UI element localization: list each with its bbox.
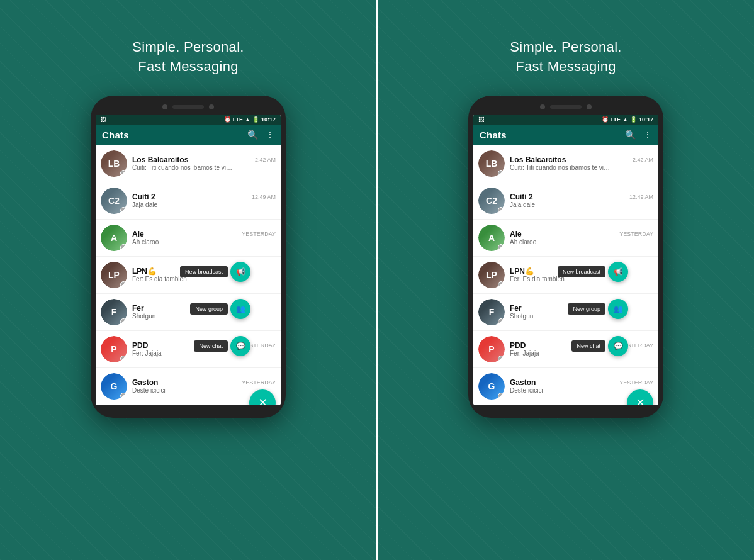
right-avatar-fer: F xyxy=(478,299,505,325)
left-chat-name-los-balcarcitos: Los Balcarcitos xyxy=(132,155,188,164)
right-phone: 🖼 ⏰ LTE ▲ 🔋 10:17 Chats 🔍 ⋮ xyxy=(468,96,663,418)
left-chat-preview-cuiti-2: Jaja dale xyxy=(132,201,233,208)
left-chat-item-fer[interactable]: F Fer YESTERDAY Shotgun New group 👥 xyxy=(96,294,281,331)
right-chat-item-pdd[interactable]: P PDD YESTERDAY Fer: Jajaja New chat 💬 xyxy=(473,331,658,368)
right-search-icon[interactable]: 🔍 xyxy=(625,130,636,140)
right-close-fab[interactable]: ✕ xyxy=(627,389,653,405)
right-avatar-lpn: LP xyxy=(478,262,505,288)
right-new-group-area: New group 👥 xyxy=(568,299,628,319)
left-chat-preview-los-balcarcitos: Cuiti: Titi cuando nos ibamos te vim... xyxy=(132,164,233,171)
right-chat-list: LB Los Balcarcitos 2:42 AM Cuiti: Titi c… xyxy=(473,145,658,405)
right-chat-item-ale[interactable]: A Ale YESTERDAY Ah claroo xyxy=(473,220,658,257)
right-tagline: Simple. Personal. Fast Messaging xyxy=(510,38,622,77)
left-new-broadcast-area: New broadcast 📢 xyxy=(180,262,250,282)
right-chats-title: Chats xyxy=(480,130,507,140)
left-chat-time-cuiti-2: 12:49 AM xyxy=(252,194,276,200)
right-phone-screen: 🖼 ⏰ LTE ▲ 🔋 10:17 Chats 🔍 ⋮ xyxy=(473,115,658,405)
left-chats-title: Chats xyxy=(102,130,129,140)
right-new-chat-btn[interactable]: 💬 xyxy=(608,336,628,356)
right-signal-icon: ▲ xyxy=(622,116,628,123)
left-chat-item-los-balcarcitos[interactable]: LB Los Balcarcitos 2:42 AM Cuiti: Titi c… xyxy=(96,145,281,182)
left-tagline: Simple. Personal. Fast Messaging xyxy=(132,38,244,77)
right-chat-time-gaston: YESTERDAY xyxy=(619,379,653,386)
right-avatar-gaston: G xyxy=(478,373,505,400)
right-chat-preview-los-balcarcitos: Cuiti: Titi cuando nos ibamos te vim... xyxy=(510,164,611,171)
right-chat-time-cuiti-2: 12:49 AM xyxy=(629,194,653,200)
right-chat-preview-gaston: Deste icicici xyxy=(510,387,611,394)
right-wa-header: Chats 🔍 ⋮ xyxy=(473,125,658,145)
left-close-fab[interactable]: ✕ xyxy=(249,389,276,405)
right-chat-name-ale: Ale xyxy=(510,230,522,238)
right-new-chat-label: New chat xyxy=(571,340,605,352)
left-menu-icon[interactable]: ⋮ xyxy=(266,130,274,140)
left-avatar-ale: A xyxy=(101,225,127,251)
right-new-broadcast-area: New broadcast 📢 xyxy=(558,262,628,282)
right-avatar-pdd: P xyxy=(478,336,505,362)
right-new-group-btn[interactable]: 👥 xyxy=(608,299,628,319)
left-chat-item-gaston[interactable]: G Gaston YESTERDAY Deste icicici ✕ xyxy=(96,368,281,405)
right-lte-label: LTE xyxy=(611,116,621,123)
right-chat-item-fer[interactable]: F Fer YESTERDAY Shotgun New group 👥 xyxy=(473,294,658,331)
left-new-group-area: New group 👥 xyxy=(190,299,250,319)
right-status-bar: 🖼 ⏰ LTE ▲ 🔋 10:17 xyxy=(473,115,658,125)
left-status-left: 🖼 xyxy=(101,116,106,123)
left-chat-item-cuiti-2[interactable]: C2 Cuiti 2 12:49 AM Jaja dale xyxy=(96,182,281,220)
battery-icon: 🔋 xyxy=(252,116,259,123)
right-phone-top xyxy=(473,104,658,109)
right-alarm-icon: ⏰ xyxy=(602,116,609,123)
left-new-broadcast-label: New broadcast xyxy=(180,266,228,277)
right-chat-item-cuiti-2[interactable]: C2 Cuiti 2 12:49 AM Jaja dale xyxy=(473,182,658,220)
left-new-group-btn[interactable]: 👥 xyxy=(230,299,250,319)
right-avatar-cuiti-2: C2 xyxy=(478,188,505,214)
left-chat-name-ale: Ale xyxy=(132,230,144,238)
phone-top xyxy=(96,104,281,109)
left-avatar-los-balcarcitos: LB xyxy=(101,150,127,177)
right-new-chat-area: New chat 💬 xyxy=(571,336,628,356)
right-time-label: 10:17 xyxy=(639,116,653,123)
right-chat-preview-cuiti-2: Jaja dale xyxy=(510,201,611,208)
left-chat-preview-gaston: Deste icicici xyxy=(132,387,233,394)
left-avatar-pdd: P xyxy=(101,336,127,362)
right-menu-icon[interactable]: ⋮ xyxy=(643,130,652,140)
left-search-icon[interactable]: 🔍 xyxy=(247,130,258,140)
left-chat-name-gaston: Gaston xyxy=(132,378,158,387)
right-status-image-icon: 🖼 xyxy=(478,116,484,123)
right-chat-item-lpn[interactable]: LP LPN💪 YESTERDAY Fer: Es dia tambien Ne… xyxy=(473,257,658,294)
left-avatar-gaston: G xyxy=(101,373,127,400)
right-header-icons: 🔍 ⋮ xyxy=(625,130,652,140)
right-new-broadcast-btn[interactable]: 📢 xyxy=(608,262,628,282)
left-avatar-lpn: LP xyxy=(101,262,127,288)
left-header-icons: 🔍 ⋮ xyxy=(247,130,274,140)
left-status-right: ⏰ LTE ▲ 🔋 10:17 xyxy=(224,116,276,123)
left-avatar-cuiti-2: C2 xyxy=(101,188,127,214)
right-avatar-los-balcarcitos: LB xyxy=(478,150,505,177)
right-camera-dot xyxy=(540,104,545,109)
right-chat-name-cuiti-2: Cuiti 2 xyxy=(510,193,533,201)
right-status-right: ⏰ LTE ▲ 🔋 10:17 xyxy=(602,116,653,123)
right-chat-time-ale: YESTERDAY xyxy=(619,231,653,237)
right-avatar-ale: A xyxy=(478,225,505,251)
lte-label: LTE xyxy=(233,116,243,123)
camera-dot-2 xyxy=(209,104,214,109)
left-main-fab-area: ✕ xyxy=(249,389,276,405)
speaker xyxy=(172,105,204,109)
left-chat-item-pdd[interactable]: P PDD YESTERDAY Fer: Jajaja New chat 💬 xyxy=(96,331,281,368)
left-chat-name-cuiti-2: Cuiti 2 xyxy=(132,193,155,201)
left-chat-time-los-balcarcitos: 2:42 AM xyxy=(255,157,276,163)
left-panel: Simple. Personal. Fast Messaging 🖼 ⏰ LTE… xyxy=(0,0,376,560)
right-new-group-label: New group xyxy=(568,303,605,315)
right-camera-dot-2 xyxy=(587,104,592,109)
left-new-broadcast-btn[interactable]: 📢 xyxy=(230,262,250,282)
right-chat-preview-ale: Ah claroo xyxy=(510,238,611,245)
left-chat-item-lpn[interactable]: LP LPN💪 YESTERDAY Fer: Es dia tambien Ne… xyxy=(96,257,281,294)
left-phone-screen: 🖼 ⏰ LTE ▲ 🔋 10:17 Chats 🔍 ⋮ xyxy=(96,115,281,405)
right-chat-item-los-balcarcitos[interactable]: LB Los Balcarcitos 2:42 AM Cuiti: Titi c… xyxy=(473,145,658,182)
time-label: 10:17 xyxy=(261,116,276,123)
right-chat-item-gaston[interactable]: G Gaston YESTERDAY Deste icicici ✕ xyxy=(473,368,658,405)
camera-dot xyxy=(162,104,167,109)
right-speaker xyxy=(550,105,582,109)
status-image-icon: 🖼 xyxy=(101,116,106,123)
right-chat-name-los-balcarcitos: Los Balcarcitos xyxy=(510,155,566,164)
left-chat-item-ale[interactable]: A Ale YESTERDAY Ah claroo xyxy=(96,220,281,257)
left-new-chat-btn[interactable]: 💬 xyxy=(230,336,250,356)
